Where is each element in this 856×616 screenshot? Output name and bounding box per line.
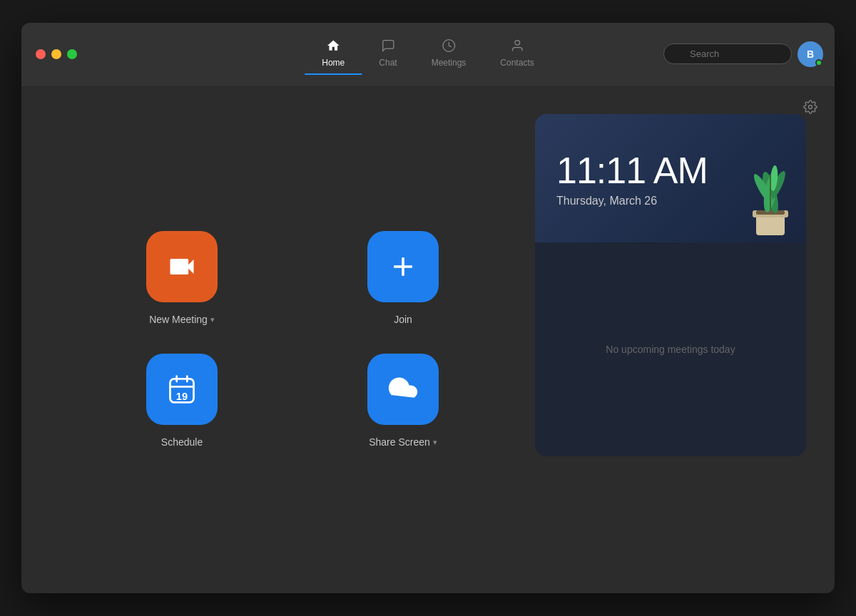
join-label: Join bbox=[394, 314, 412, 325]
clock-icon bbox=[442, 38, 456, 55]
tab-home[interactable]: Home bbox=[305, 33, 362, 75]
tab-home-label: Home bbox=[322, 58, 345, 68]
traffic-lights bbox=[36, 49, 77, 59]
meetings-section: No upcoming meetings today bbox=[535, 242, 806, 456]
svg-text:19: 19 bbox=[176, 391, 188, 402]
maximize-button[interactable] bbox=[67, 49, 77, 59]
svg-point-4 bbox=[809, 106, 812, 109]
search-wrapper bbox=[663, 43, 792, 64]
new-meeting-item: New Meeting ▾ bbox=[93, 231, 271, 325]
share-screen-item: Share Screen ▾ bbox=[314, 354, 492, 448]
tab-contacts[interactable]: Contacts bbox=[483, 33, 551, 75]
nav-tabs: Home Chat Meetings bbox=[305, 33, 551, 75]
svg-point-1 bbox=[515, 41, 520, 46]
search-input[interactable] bbox=[663, 43, 792, 64]
right-panel: 11:11 AM Thursday, March 26 bbox=[535, 100, 806, 579]
search-area bbox=[663, 43, 792, 64]
tab-meetings-label: Meetings bbox=[432, 58, 467, 68]
contacts-icon bbox=[510, 38, 524, 55]
avatar-label: B bbox=[807, 48, 814, 60]
close-button[interactable] bbox=[36, 49, 46, 59]
join-button[interactable] bbox=[367, 231, 439, 302]
join-item: Join bbox=[314, 231, 492, 325]
online-status-dot bbox=[815, 59, 822, 66]
action-grid: New Meeting ▾ Join bbox=[50, 100, 535, 579]
app-window: Home Chat Meetings bbox=[21, 23, 835, 593]
new-meeting-label: New Meeting ▾ bbox=[149, 314, 215, 325]
minimize-button[interactable] bbox=[51, 49, 61, 59]
avatar[interactable]: B bbox=[798, 41, 823, 67]
home-icon bbox=[326, 38, 340, 55]
schedule-button[interactable]: 19 bbox=[146, 354, 218, 425]
share-screen-label: Share Screen ▾ bbox=[369, 436, 437, 448]
calendar-card: 11:11 AM Thursday, March 26 bbox=[535, 114, 806, 456]
no-meetings-text: No upcoming meetings today bbox=[606, 344, 735, 355]
titlebar: Home Chat Meetings bbox=[21, 23, 835, 86]
schedule-label: Schedule bbox=[161, 436, 203, 448]
tab-contacts-label: Contacts bbox=[500, 58, 534, 68]
tab-chat[interactable]: Chat bbox=[362, 33, 414, 75]
clock-section: 11:11 AM Thursday, March 26 bbox=[535, 114, 806, 242]
tab-chat-label: Chat bbox=[379, 58, 397, 68]
new-meeting-button[interactable] bbox=[146, 231, 218, 302]
chat-icon bbox=[381, 38, 395, 55]
main-content: New Meeting ▾ Join bbox=[21, 86, 835, 593]
new-meeting-chevron: ▾ bbox=[210, 315, 215, 324]
plant-decoration bbox=[735, 135, 806, 242]
share-screen-chevron: ▾ bbox=[433, 438, 437, 447]
schedule-item: 19 Schedule bbox=[93, 354, 271, 448]
share-screen-button[interactable] bbox=[367, 354, 439, 425]
tab-meetings[interactable]: Meetings bbox=[414, 33, 484, 75]
svg-rect-13 bbox=[756, 210, 785, 215]
